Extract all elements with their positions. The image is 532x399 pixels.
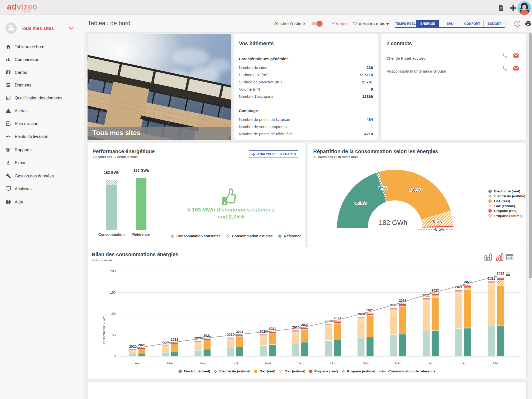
svg-text:49.5%: 49.5% (409, 188, 421, 192)
svg-text:2021: 2021 (171, 338, 178, 341)
svg-text:2021: 2021 (138, 343, 146, 347)
svg-text:Mar: Mar (493, 361, 499, 365)
svg-text:Nov: Nov (362, 361, 369, 365)
svg-text:Jan: Jan (428, 361, 434, 365)
svg-text:2021: 2021 (488, 277, 495, 280)
svg-text:0.5%: 0.5% (435, 227, 444, 232)
svg-text:Fév: Fév (460, 361, 466, 365)
svg-text:Juil: Juil (232, 361, 238, 365)
svg-text:Aoû: Aoû (265, 361, 271, 365)
svg-text:2022: 2022 (497, 271, 504, 275)
svg-text:2021: 2021 (236, 330, 244, 334)
svg-text:Avr: Avr (135, 361, 140, 365)
svg-text:50: 50 (112, 333, 116, 337)
svg-text:150: 150 (110, 291, 116, 294)
svg-text:0: 0 (114, 354, 116, 358)
svg-text:Mai: Mai (167, 361, 173, 365)
svg-text:1.4%: 1.4% (378, 186, 387, 191)
svg-text:39.5%: 39.5% (355, 201, 366, 205)
svg-text:2020: 2020 (129, 345, 137, 348)
svg-text:2021: 2021 (269, 327, 276, 331)
svg-text:Oct: Oct (330, 361, 336, 365)
svg-text:Sep: Sep (297, 361, 303, 365)
svg-text:Juin: Juin (199, 361, 206, 365)
svg-text:100: 100 (110, 312, 116, 316)
svg-text:Consommation (GWh): Consommation (GWh) (102, 315, 106, 345)
svg-text:200: 200 (110, 269, 116, 273)
svg-text:8.5%: 8.5% (433, 219, 442, 223)
svg-text:Déc: Déc (395, 361, 401, 365)
svg-text:2021: 2021 (203, 334, 211, 338)
svg-text:2021: 2021 (366, 308, 374, 312)
svg-text:2020: 2020 (260, 330, 267, 333)
